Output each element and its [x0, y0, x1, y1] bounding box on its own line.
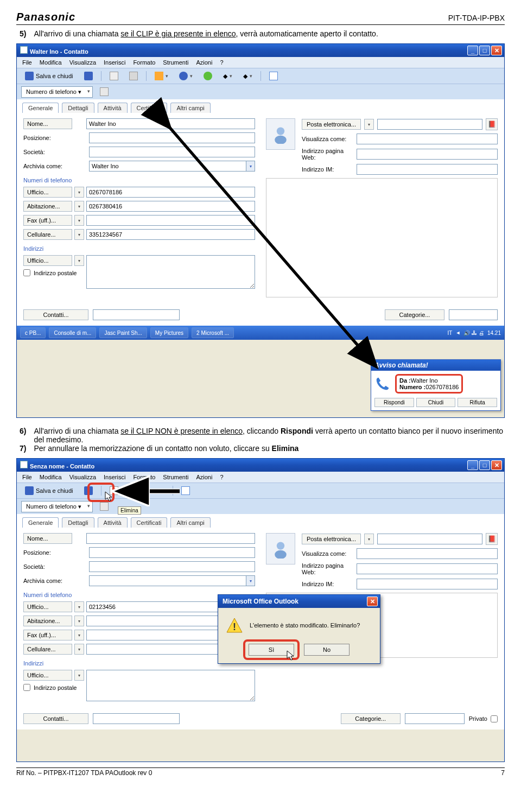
office-addr-button[interactable]: Ufficio... — [23, 255, 72, 266]
menu-format[interactable]: Formato — [133, 59, 155, 66]
company-input[interactable] — [89, 147, 255, 157]
mobile-button[interactable]: Cellulare... — [23, 229, 72, 240]
menu-help[interactable]: ? — [220, 474, 223, 480]
fax-input[interactable] — [86, 215, 255, 226]
menu-file[interactable]: File — [22, 474, 32, 480]
email-dd[interactable]: ▾ — [364, 119, 374, 130]
displayas-input[interactable] — [357, 548, 498, 559]
maximize-button[interactable]: □ — [479, 46, 490, 55]
tab-general[interactable]: Generale — [22, 517, 59, 528]
office-addr-button[interactable]: Ufficio... — [23, 670, 72, 681]
tab-activity[interactable]: Attività — [98, 517, 128, 528]
maximize-button[interactable]: □ — [479, 460, 490, 470]
home-phone-input[interactable] — [86, 201, 255, 212]
next-button[interactable]: ◆ — [239, 71, 256, 81]
address-text[interactable] — [86, 670, 255, 701]
menu-format[interactable]: Formato — [133, 474, 155, 480]
contacts-input[interactable] — [93, 713, 180, 724]
im-input[interactable] — [357, 164, 498, 175]
save-close-button[interactable]: Salva e chiudi — [21, 70, 77, 82]
im-input[interactable] — [357, 579, 498, 589]
fileas-dropdown[interactable]: ▾ — [246, 161, 255, 172]
chk-button[interactable] — [200, 70, 216, 82]
task-2[interactable]: Consolle di m... — [49, 327, 96, 338]
home-dd[interactable]: ▾ — [74, 201, 84, 212]
menu-insert[interactable]: Inserisci — [104, 59, 125, 66]
office-phone-input[interactable] — [86, 187, 255, 198]
tab-other[interactable]: Altri campi — [170, 103, 210, 113]
addressbook-button[interactable]: 📕 — [486, 533, 498, 545]
contacts-button[interactable]: Contatti... — [23, 713, 88, 724]
fax-dd[interactable]: ▾ — [74, 215, 84, 226]
menu-tools[interactable]: Strumenti — [163, 474, 188, 480]
task-5[interactable]: 2 Microsoft ... — [192, 327, 234, 338]
up-button[interactable] — [96, 500, 112, 512]
name-input[interactable] — [86, 533, 255, 544]
name-button[interactable]: Nome... — [23, 118, 72, 129]
position-input[interactable] — [89, 132, 255, 143]
prev-button[interactable]: ◆ — [219, 71, 236, 81]
postal-checkbox[interactable]: Indirizzo postale — [23, 684, 84, 691]
tab-details[interactable]: Dettagli — [62, 517, 94, 528]
home-phone-button[interactable]: Abitazione... — [23, 201, 72, 212]
office-phone-button[interactable]: Ufficio... — [23, 601, 72, 612]
tab-cert[interactable]: Certificati — [131, 103, 168, 113]
up-button[interactable] — [96, 86, 112, 98]
menu-actions[interactable]: Azioni — [196, 474, 212, 480]
close-button[interactable]: ✕ — [491, 460, 502, 470]
task-3[interactable]: Jasc Paint Sh... — [99, 327, 147, 338]
reject-button[interactable]: Rifiuta — [458, 398, 497, 407]
fileas-input[interactable] — [89, 575, 246, 586]
categories-button[interactable]: Categorie... — [385, 309, 444, 320]
print-button[interactable] — [106, 70, 122, 82]
index-button[interactable] — [177, 485, 194, 497]
attach-button[interactable] — [125, 70, 142, 82]
address-text[interactable] — [86, 255, 255, 289]
tab-other[interactable]: Altri campi — [170, 517, 210, 528]
name-input[interactable] — [86, 118, 255, 129]
nav1-button[interactable]: ◆ — [131, 486, 148, 496]
notes-text[interactable] — [266, 178, 498, 297]
mobile-input[interactable] — [86, 229, 255, 240]
close-button[interactable]: ✕ — [491, 46, 502, 55]
displayas-input[interactable] — [357, 134, 498, 144]
fax-button[interactable]: Fax (uff.)... — [23, 215, 72, 226]
email-input[interactable] — [377, 534, 482, 544]
phone-combo[interactable]: Numero di telefono ▾ — [21, 86, 93, 98]
home-phone-button[interactable]: Abitazione... — [23, 616, 72, 626]
fileas-input[interactable] — [89, 161, 246, 172]
save-button[interactable] — [80, 70, 97, 82]
categories-input[interactable] — [449, 309, 498, 320]
phone-combo[interactable]: Numero di telefono ▾ — [21, 501, 93, 512]
nav2-button[interactable]: ◆ — [151, 486, 168, 496]
menu-help[interactable]: ? — [220, 59, 223, 66]
menu-view[interactable]: Visualizza — [69, 474, 96, 480]
fax-button[interactable]: Fax (uff.)... — [23, 630, 72, 640]
save-close-button[interactable]: Salva e chiudi — [21, 485, 77, 497]
position-input[interactable] — [89, 547, 255, 558]
task-4[interactable]: My Pictures — [150, 327, 188, 338]
office-phone-button[interactable]: Ufficio... — [23, 187, 72, 198]
name-button[interactable]: Nome... — [23, 533, 72, 544]
tab-cert[interactable]: Certificati — [131, 517, 168, 528]
menu-edit[interactable]: Modifica — [40, 59, 62, 66]
close-popup-button[interactable]: Chiudi — [416, 398, 456, 407]
flag-button[interactable] — [151, 70, 172, 82]
contacts-input[interactable] — [93, 309, 180, 320]
web-input[interactable] — [357, 149, 498, 160]
categories-button[interactable]: Categorie... — [341, 713, 401, 724]
menu-edit[interactable]: Modifica — [40, 474, 62, 480]
lang-indicator[interactable]: IT — [448, 330, 453, 336]
index-button[interactable] — [265, 70, 282, 82]
email-button[interactable]: Posta elettronica... — [302, 534, 361, 544]
no-button[interactable]: No — [304, 644, 350, 656]
private-checkbox[interactable]: Privato — [469, 715, 498, 722]
email-input[interactable] — [377, 119, 482, 130]
answer-button[interactable]: Rispondi — [374, 398, 414, 407]
menu-view[interactable]: Visualizza — [69, 59, 96, 66]
office-addr-dd[interactable]: ▾ — [74, 255, 84, 266]
minimize-button[interactable]: _ — [467, 46, 478, 55]
postal-checkbox[interactable]: Indirizzo postale — [23, 269, 84, 276]
nav-button[interactable] — [175, 70, 196, 82]
menu-insert[interactable]: Inserisci — [104, 474, 125, 480]
